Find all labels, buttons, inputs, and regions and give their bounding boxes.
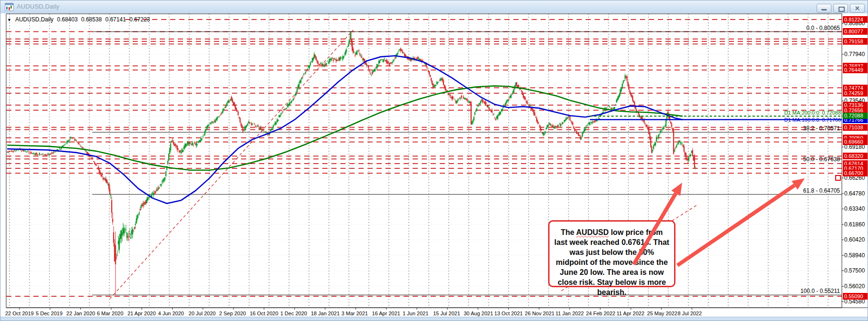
price-tick-label: 0.54580: [844, 299, 865, 305]
price-level-tag: 0.80077: [843, 28, 868, 35]
date-tick-label: 13 Oct 2021: [494, 311, 523, 316]
ma100-line-label: D1 MA:100:0:0: 0.71766: [784, 117, 841, 123]
date-tick-label: 16 Oct 2020: [250, 311, 278, 316]
date-tick-label: 16 Apr 2021: [372, 311, 400, 316]
price-tick-label: 0.56020: [844, 283, 865, 290]
price-level-tag: 0.55090: [843, 293, 868, 300]
fib-level-label: 50.0 - 0.67638: [803, 156, 840, 163]
date-tick-label: 6 Mar 2020: [97, 311, 124, 316]
fib-level-label: 100.0 - 0.55211: [800, 288, 840, 294]
date-tick-label: 25 May 2022: [647, 311, 677, 316]
date-tick-label: 30 Aug 2021: [464, 311, 493, 316]
date-tick-label: 2 Sep 2020: [219, 311, 246, 316]
date-tick-label: 1 Jun 2021: [403, 311, 428, 316]
date-tick-label: 26 Nov 2021: [525, 311, 554, 316]
legend-low: 0.67141: [105, 16, 125, 23]
legend-close: 0.67223: [129, 16, 150, 23]
window-title: AUDUSD,Daily: [17, 3, 59, 10]
chart-client-area[interactable]: ▼AUDUSD,Daily 0.68403 0.68538 0.67141 0.…: [0, 13, 868, 318]
ma200-price-tag: 0.72088: [843, 113, 868, 119]
date-tick-label: 8 Jul 2022: [678, 311, 702, 316]
date-tick-label: 11 Jan 2022: [555, 311, 584, 316]
close-button[interactable]: ✕: [850, 4, 865, 13]
annotation-text-rest: low price from last week reached 0.67614…: [554, 228, 669, 296]
price-level-tag: 0.79158: [843, 38, 868, 45]
ma200-line-label: D1 MA:200:0:0: 0.72088: [784, 110, 841, 116]
date-tick-label: 21 Apr 2020: [127, 311, 155, 316]
date-tick-label: 22 Oct 2019: [5, 311, 34, 316]
price-level-tag: 0.68320: [843, 153, 868, 159]
price-level-tag: 0.81224: [843, 16, 868, 23]
price-tick-label: 0.58940: [844, 253, 865, 259]
date-tick-label: 11 Apr 2022: [617, 311, 645, 316]
price-tick-label: 0.63340: [844, 206, 865, 212]
minimize-icon: [821, 9, 827, 10]
price-tick-label: 0.61860: [844, 222, 865, 228]
fib-level-label: 38.2 - 0.70571: [803, 125, 840, 132]
price-level-tag: 0.76449: [843, 67, 868, 73]
price-level-tag: 0.71038: [843, 124, 868, 131]
annotation-text-highlight: AUDUSD: [576, 228, 608, 236]
price-level-tag: 0.74259: [843, 90, 868, 97]
date-tick-label: 4 Jun 2020: [158, 311, 184, 316]
legend-symbol: AUDUSD,Daily: [15, 16, 54, 23]
annotation-box[interactable]: The AUDUSD low price from last week reac…: [548, 220, 675, 287]
mt4-chart-window: AUDUSD,Daily ✕ ▼AUDUSD,Daily 0.68403 0.6…: [0, 0, 868, 321]
chart-window-icon: [5, 3, 14, 11]
date-tick-label: 20 Jul 2020: [189, 311, 216, 316]
date-tick-label: 24 Feb 2022: [586, 311, 616, 316]
minimize-button[interactable]: [817, 4, 831, 13]
restore-icon: [839, 7, 845, 12]
close-icon: ✕: [850, 5, 864, 12]
date-tick-label: 5 Dec 2019: [36, 311, 62, 316]
chart-legend: ▼AUDUSD,Daily 0.68403 0.68538 0.67141 0.…: [7, 16, 152, 23]
expander-triangle-icon[interactable]: ▼: [7, 18, 11, 22]
date-tick-label: 22 Jan 2020: [67, 311, 96, 316]
legend-high: 0.68538: [81, 16, 102, 23]
price-tick-label: 0.60420: [844, 237, 865, 243]
price-level-tag: 0.69660: [843, 138, 868, 145]
restore-button[interactable]: [833, 4, 848, 13]
legend-open: 0.68403: [57, 16, 77, 23]
date-tick-label: 18 Jan 2021: [311, 311, 340, 316]
window-titlebar[interactable]: AUDUSD,Daily ✕: [0, 0, 868, 14]
date-tick-label: 1 Dec 2020: [280, 311, 307, 316]
price-tick-label: 0.57500: [844, 268, 865, 274]
window-status-strip: [0, 317, 868, 321]
date-tick-label: 15 Jul 2021: [433, 311, 460, 316]
price-tick-label: 0.64780: [844, 191, 865, 197]
price-tick-label: 0.77940: [844, 51, 865, 58]
annotation-text-lead: The: [561, 228, 576, 236]
fib-level-label: 0.0 - 0.80065: [806, 25, 840, 31]
fib-level-label: 61.8 - 0.64705: [803, 187, 840, 194]
candlestick-chart[interactable]: [0, 13, 868, 318]
price-level-tag: 0.66700: [843, 170, 868, 176]
date-tick-label: 3 Mar 2021: [341, 311, 368, 316]
